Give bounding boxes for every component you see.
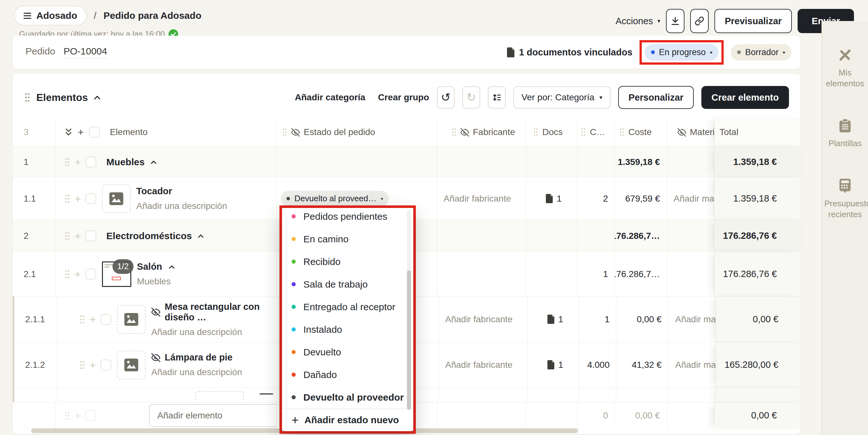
item-image-placeholder[interactable] — [117, 350, 146, 379]
add-manufacturer[interactable]: Añadir fabricante — [437, 177, 526, 220]
create-item-button[interactable]: Crear elemento — [701, 86, 789, 109]
drag-handle-icon[interactable] — [79, 314, 85, 324]
sidebar-item-templates[interactable]: Plantillas — [824, 119, 866, 149]
add-row-icon[interactable]: + — [74, 157, 81, 168]
docs-cell[interactable]: 1 — [526, 177, 578, 220]
item-name[interactable]: Mesa rectangular con diseño … — [165, 302, 278, 323]
column-header-docs[interactable]: Docs — [542, 127, 563, 137]
category-name[interactable]: Muebles — [106, 157, 145, 168]
row-checkbox[interactable] — [85, 231, 96, 241]
drag-handle-icon[interactable] — [64, 269, 70, 279]
qty-cell[interactable]: 1 — [578, 252, 615, 296]
docs-cell[interactable]: 1 — [528, 342, 579, 387]
status-option-selected[interactable]: Devuelto al proveedor — [282, 386, 413, 408]
status-option[interactable]: Recibido — [282, 250, 413, 273]
status-option[interactable]: Devuelto — [282, 341, 413, 363]
status-option[interactable]: Sala de trabajo — [282, 273, 413, 296]
group-name[interactable]: Salón — [137, 262, 162, 272]
add-description[interactable]: Añadir una descripción — [151, 367, 242, 377]
add-description[interactable]: Añadir una descripción — [151, 327, 278, 337]
collapse-icon[interactable] — [197, 234, 204, 238]
cost-cell[interactable]: 176.286,7… — [615, 252, 667, 296]
dropdown-scrollbar-thumb[interactable] — [407, 270, 411, 410]
add-row-icon[interactable]: + — [74, 410, 81, 421]
cost-cell[interactable]: 679,59 € — [615, 177, 667, 220]
qty-cell[interactable]: 2 — [578, 177, 615, 220]
linked-documents[interactable]: 1 documentos vinculados — [507, 47, 632, 58]
row-checkbox[interactable] — [85, 269, 96, 279]
add-material[interactable]: Añadir material — [669, 297, 716, 342]
column-header-item[interactable]: Elemento — [110, 127, 148, 137]
item-image-placeholder[interactable] — [117, 305, 146, 334]
sidebar-item-recent-budgets[interactable]: Presupuestos recientes — [824, 178, 866, 220]
add-element-input[interactable] — [149, 404, 277, 427]
order-status-pill[interactable]: Devuelto al proveed… ▾ — [281, 191, 389, 206]
drag-handle-icon[interactable] — [451, 128, 457, 137]
drag-handle-icon[interactable] — [24, 92, 31, 103]
add-row-icon[interactable]: + — [74, 231, 81, 241]
row-height-button[interactable] — [488, 86, 506, 109]
create-group-button[interactable]: Crear grupo — [378, 92, 429, 103]
item-image-placeholder[interactable] — [102, 185, 131, 213]
status-option[interactable]: Dañado — [282, 363, 413, 386]
redo-button[interactable]: ↻ — [462, 86, 480, 109]
status-option[interactable]: Instalado — [282, 318, 413, 341]
doc-status-badge[interactable]: Borrador ▾ — [731, 44, 792, 61]
qty-cell[interactable]: 4.000 — [579, 342, 616, 387]
row-checkbox[interactable] — [85, 410, 96, 421]
status-option[interactable]: Entregado al receptor — [282, 296, 413, 318]
order-status-badge[interactable]: En progreso ▾ — [645, 44, 719, 61]
sidebar-item-my-elements[interactable]: Mis elementos — [824, 48, 866, 89]
drag-handle-icon[interactable] — [79, 360, 85, 370]
drag-handle-icon[interactable] — [282, 128, 287, 137]
drag-handle-icon[interactable] — [619, 128, 625, 137]
add-material[interactable]: Añadir material — [667, 177, 714, 220]
select-all-checkbox[interactable] — [89, 127, 100, 138]
add-row-icon[interactable]: + — [90, 314, 96, 325]
row-checkbox[interactable] — [85, 157, 96, 168]
view-by-select[interactable]: Ver por: Categoría ▾ — [513, 86, 611, 109]
project-menu-button[interactable]: Adosado — [14, 6, 87, 26]
row-checkbox[interactable] — [100, 314, 111, 325]
add-row-icon[interactable]: + — [74, 193, 81, 204]
collapse-icon[interactable] — [94, 95, 101, 100]
status-option[interactable]: En camino — [282, 228, 413, 250]
add-manufacturer[interactable]: Añadir fabricante — [439, 297, 528, 342]
column-header-qty[interactable]: C… — [590, 127, 605, 137]
item-name[interactable]: Tocador — [136, 186, 227, 197]
order-number[interactable]: PO-10004 — [63, 46, 107, 59]
group-image-thumbnail[interactable]: 1/2 — [102, 262, 131, 287]
drag-handle-icon[interactable] — [64, 157, 70, 167]
add-manufacturer[interactable]: Añadir fabricante — [439, 342, 528, 387]
add-row-icon[interactable]: + — [90, 360, 96, 370]
column-header-status[interactable]: Estado del pedido — [304, 127, 375, 137]
column-header-manufacturer[interactable]: Fabricante — [473, 127, 515, 137]
copy-link-button[interactable] — [690, 9, 709, 33]
status-option[interactable]: Pedidos pendientes — [282, 208, 413, 228]
drag-handle-icon[interactable] — [533, 128, 538, 137]
add-description[interactable]: Añadir una descripción — [136, 201, 227, 211]
add-status-button[interactable]: + Añadir estado nuevo — [282, 408, 413, 431]
add-material[interactable]: Añadir material — [669, 342, 716, 387]
actions-menu-button[interactable]: Acciones ▾ — [616, 16, 660, 27]
docs-cell[interactable]: 1 — [528, 297, 579, 342]
collapse-icon[interactable] — [168, 265, 175, 269]
category-name[interactable]: Electrodomésticos — [106, 231, 192, 241]
drag-handle-icon[interactable] — [64, 194, 70, 203]
drag-handle-icon[interactable] — [64, 411, 70, 420]
item-name[interactable]: Lámpara de pie — [165, 352, 232, 363]
qty-cell[interactable]: 1 — [579, 297, 616, 342]
cost-cell[interactable]: 41,32 € — [616, 342, 669, 387]
customize-button[interactable]: Personalizar — [618, 86, 693, 109]
undo-button[interactable]: ↺ — [437, 86, 455, 109]
add-row-icon[interactable]: + — [74, 269, 81, 279]
column-header-total[interactable]: Total — [714, 118, 801, 146]
expand-all-icon[interactable] — [64, 128, 73, 136]
row-checkbox[interactable] — [85, 193, 96, 204]
column-header-material[interactable]: Material — [690, 127, 714, 137]
drag-handle-icon[interactable] — [64, 231, 70, 241]
cost-cell[interactable]: 0,00 € — [616, 297, 669, 342]
add-row-icon[interactable]: + — [78, 127, 84, 137]
add-category-button[interactable]: Añadir categoría — [295, 92, 365, 103]
row-checkbox[interactable] — [100, 360, 111, 370]
